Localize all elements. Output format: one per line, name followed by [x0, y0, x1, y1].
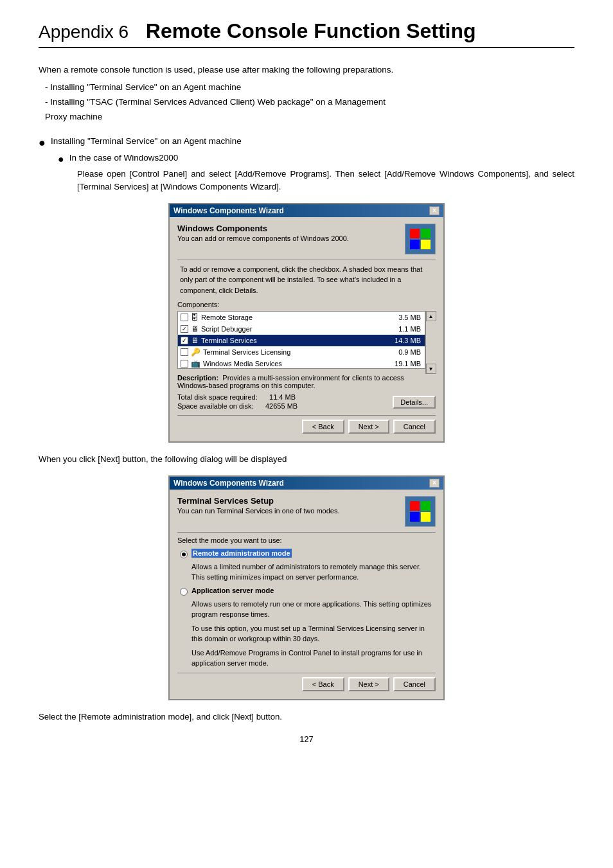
dialog2-titlebar: Windows Components Wizard ×	[170, 477, 443, 490]
svg-rect-0	[410, 229, 420, 238]
component-checkbox-script[interactable]: ✓	[181, 325, 188, 333]
dialog1-desc-area: Description: Provides a multi-session en…	[177, 374, 436, 389]
dialog1-next-btn[interactable]: Next >	[348, 420, 389, 434]
dialog-windows-components: Windows Components Wizard × Windows Comp…	[168, 203, 445, 443]
page-number: 127	[39, 734, 574, 744]
bullet-l2: ● In the case of Windows2000	[58, 153, 574, 165]
component-remote-storage[interactable]: 🗄 Remote Storage 3.5 MB	[178, 312, 425, 323]
disk-info: Total disk space required: 11.4 MB Space…	[177, 393, 436, 411]
intro-list: - Installing "Terminal Service" on an Ag…	[45, 80, 574, 125]
svg-rect-3	[421, 240, 431, 249]
caption1: When you click [Next] button, the follow…	[39, 454, 574, 464]
components-list-wrapper: 🗄 Remote Storage 3.5 MB ✓ 🖥 Script Debug…	[177, 311, 436, 374]
script-debugger-icon: 🖥	[191, 324, 199, 333]
radio-remote-admin[interactable]: Remote administration mode	[180, 549, 433, 558]
intro-line1: When a remote console function is used, …	[39, 64, 574, 76]
dialog1-description: To add or remove a component, click the …	[177, 264, 436, 296]
win-logo-icon2	[405, 496, 436, 527]
svg-rect-2	[410, 240, 420, 249]
dialog2-header: Terminal Services Setup You can run Term…	[177, 496, 436, 527]
radio2-desc2: To use this option, you must set up a Te…	[191, 624, 433, 644]
svg-rect-5	[421, 501, 431, 511]
component-terminal-licensing[interactable]: 🔑 Terminal Services Licensing 0.9 MB	[178, 346, 425, 358]
components-list: 🗄 Remote Storage 3.5 MB ✓ 🖥 Script Debug…	[177, 311, 425, 369]
bullet-l1: ● Installing "Terminal Service" on an Ag…	[39, 136, 574, 150]
radio-btn-app[interactable]	[180, 588, 188, 596]
terminal-licensing-icon: 🔑	[191, 348, 200, 357]
component-script-debugger[interactable]: ✓ 🖥 Script Debugger 1.1 MB	[178, 323, 425, 335]
dialog2-close-btn[interactable]: ×	[429, 479, 440, 488]
win-logo-icon	[405, 224, 436, 254]
components-label: Components:	[177, 301, 436, 308]
select-mode-label: Select the mode you want to use:	[177, 536, 436, 544]
dialog2-next-btn[interactable]: Next >	[348, 677, 389, 691]
component-checkbox-remote[interactable]	[181, 314, 188, 321]
radio2-desc3: Use Add/Remove Programs in Control Panel…	[191, 648, 433, 669]
radio-app-server[interactable]: Application server mode	[180, 587, 433, 596]
select-text: Select the [Remote administration mode],…	[39, 712, 574, 722]
dialog1-header: Windows Components You can add or remove…	[177, 224, 436, 254]
svg-rect-7	[421, 512, 431, 522]
media-services-icon: 📺	[191, 359, 200, 368]
dialog1-cancel-btn[interactable]: Cancel	[393, 420, 436, 434]
svg-rect-1	[421, 229, 431, 238]
section1: ● Installing "Terminal Service" on an Ag…	[39, 136, 574, 722]
dialog1-close-btn[interactable]: ×	[429, 206, 440, 215]
svg-rect-4	[410, 501, 420, 511]
page-title: Appendix 6 Remote Console Function Setti…	[39, 19, 574, 48]
radio-btn-remote[interactable]	[180, 551, 188, 558]
dialog2-cancel-btn[interactable]: Cancel	[393, 677, 436, 691]
dialog1-buttons: < Back Next > Cancel	[177, 415, 436, 435]
component-checkbox-media[interactable]	[181, 360, 188, 368]
radio2-desc1: Allows users to remotely run one or more…	[191, 599, 433, 620]
dialog1-body: Windows Components You can add or remove…	[170, 217, 443, 442]
dialog-terminal-setup: Windows Components Wizard × Terminal Ser…	[168, 475, 445, 700]
remote-storage-icon: 🗄	[191, 313, 199, 322]
scroll-down[interactable]: ▼	[426, 364, 436, 374]
dialog2-body: Terminal Services Setup You can run Term…	[170, 490, 443, 699]
para1: Please open [Control Panel] and select […	[77, 168, 574, 194]
component-terminal-services[interactable]: ✓ 🖥 Terminal Services 14.3 MB	[178, 335, 425, 346]
component-checkbox-terminal[interactable]: ✓	[181, 337, 188, 344]
radio-group: Remote administration mode Allows a limi…	[180, 549, 433, 669]
svg-rect-6	[410, 512, 420, 522]
terminal-services-icon: 🖥	[191, 336, 199, 345]
dialog1-back-btn[interactable]: < Back	[302, 420, 344, 434]
component-checkbox-licensing[interactable]	[181, 348, 188, 356]
dialog2-back-btn[interactable]: < Back	[302, 677, 344, 691]
components-scrollbar[interactable]: ▲ ▼	[425, 311, 436, 374]
component-media-services[interactable]: 📺 Windows Media Services 19.1 MB	[178, 358, 425, 369]
scroll-up[interactable]: ▲	[426, 311, 436, 321]
dialog2-buttons: < Back Next > Cancel	[177, 673, 436, 693]
dialog1-titlebar: Windows Components Wizard ×	[170, 204, 443, 217]
details-button[interactable]: Details...	[393, 396, 436, 409]
radio1-desc: Allows a limited number of administrator…	[191, 562, 433, 583]
